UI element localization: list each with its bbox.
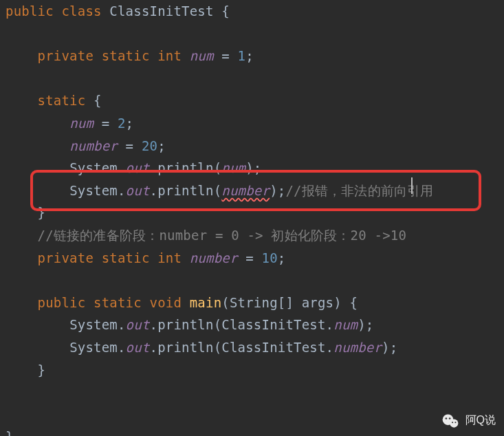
watermark-text: 阿Q说	[465, 409, 496, 432]
arg-num: num	[221, 160, 245, 175]
field-num: num	[190, 48, 214, 63]
comment-prepare: //链接的准备阶段：number = 0 -> 初始化阶段：20 ->10	[38, 228, 407, 243]
keyword-private: private	[38, 48, 94, 63]
code-editor[interactable]: public class ClassInitTest { private sta…	[0, 0, 504, 436]
class-system: System	[69, 160, 118, 175]
svg-point-1	[450, 419, 458, 427]
brace-open: {	[221, 3, 230, 19]
keyword-static: static	[102, 48, 150, 63]
qualified-class: ClassInitTest	[221, 317, 325, 332]
field-out: out	[126, 160, 150, 175]
class-system: System	[69, 183, 118, 198]
svg-point-4	[452, 422, 453, 423]
literal-1: 1	[238, 48, 246, 63]
svg-point-2	[445, 417, 447, 419]
literal-2: 2	[118, 116, 126, 131]
keyword-static: static	[94, 295, 142, 310]
method-println: println	[157, 183, 213, 198]
arg-number-error: number	[221, 183, 270, 198]
field-number: number	[69, 138, 118, 153]
svg-point-3	[448, 417, 450, 419]
brace-open: {	[94, 93, 102, 108]
wechat-icon	[441, 411, 460, 430]
source-code[interactable]: public class ClassInitTest { private sta…	[6, 0, 504, 436]
class-brace-close: }	[6, 429, 14, 436]
watermark: 阿Q说	[441, 409, 496, 432]
field-num: num	[69, 116, 94, 131]
keyword-static-block: static	[38, 93, 86, 108]
literal-20: 20	[142, 138, 157, 153]
method-main: main	[190, 295, 222, 310]
field-out: out	[126, 183, 150, 198]
text-caret	[411, 177, 413, 194]
semicolon: ;	[245, 48, 254, 63]
equals: =	[221, 48, 230, 63]
keyword-int: int	[157, 48, 182, 63]
method-println: println	[157, 160, 213, 175]
main-params: (String[] args)	[221, 295, 342, 310]
keyword-public: public	[38, 295, 86, 310]
field-number-decl: number	[190, 250, 238, 265]
brace-close: }	[38, 205, 46, 220]
literal-10: 10	[262, 250, 278, 265]
svg-point-5	[454, 422, 456, 423]
keyword-public: public	[6, 3, 54, 19]
class-name: ClassInitTest	[109, 3, 213, 19]
keyword-class: class	[61, 3, 101, 19]
keyword-void: void	[150, 295, 182, 310]
